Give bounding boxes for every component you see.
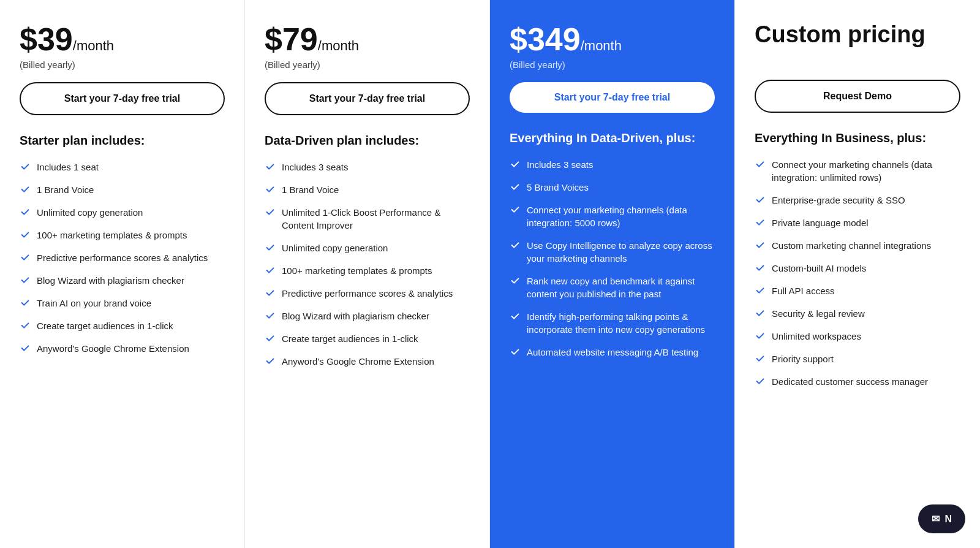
feature-text: Unlimited 1-Click Boost Performance & Co… xyxy=(282,206,470,232)
feature-text: Connect your marketing channels (data in… xyxy=(527,204,715,229)
list-item: Blog Wizard with plagiarism checker xyxy=(265,310,470,322)
check-icon xyxy=(510,311,521,322)
list-item: Anyword's Google Chrome Extension xyxy=(265,355,470,368)
feature-text: Enterprise-grade security & SSO xyxy=(772,194,905,207)
plan-col-data-driven: $79/month(Billed yearly)Start your 7-day… xyxy=(245,0,490,548)
list-item: Connect your marketing channels (data in… xyxy=(510,204,715,229)
check-icon xyxy=(265,207,276,218)
feature-text: Includes 3 seats xyxy=(527,158,593,171)
list-item: Private language model xyxy=(755,216,960,229)
check-icon xyxy=(755,353,766,364)
cta-button-starter[interactable]: Start your 7-day free trial xyxy=(20,82,225,115)
check-icon xyxy=(20,343,31,354)
list-item: Create target audiences in 1-click xyxy=(265,332,470,345)
billing-starter: (Billed yearly) xyxy=(20,59,225,70)
list-item: 100+ marketing templates & prompts xyxy=(265,264,470,277)
feature-text: Create target audiences in 1-click xyxy=(37,319,173,332)
list-item: Unlimited copy generation xyxy=(20,206,225,219)
plan-col-enterprise: Custom pricingRequest DemoEverything In … xyxy=(735,0,980,548)
list-item: Includes 1 seat xyxy=(20,161,225,173)
check-icon xyxy=(20,297,31,308)
feature-text: Custom-built AI models xyxy=(772,262,866,275)
billing-business: (Billed yearly) xyxy=(510,59,715,70)
cta-button-enterprise[interactable]: Request Demo xyxy=(755,80,960,113)
feature-text: 1 Brand Voice xyxy=(37,183,94,196)
price-number-business: $349 xyxy=(510,21,581,57)
feature-text: Use Copy Intelligence to analyze copy ac… xyxy=(527,239,715,265)
check-icon xyxy=(510,346,521,357)
feature-text: Private language model xyxy=(772,216,869,229)
list-item: 1 Brand Voice xyxy=(265,183,470,196)
price-number-data-driven: $79 xyxy=(265,21,318,57)
price-enterprise: Custom pricing xyxy=(755,22,960,48)
list-item: Enterprise-grade security & SSO xyxy=(755,194,960,207)
list-item: 5 Brand Voices xyxy=(510,181,715,194)
check-icon xyxy=(265,184,276,195)
price-period-business: /month xyxy=(581,38,622,53)
includes-title-enterprise: Everything In Business, plus: xyxy=(755,130,960,146)
plan-col-starter: $39/month(Billed yearly)Start your 7-day… xyxy=(0,0,245,548)
check-icon xyxy=(20,252,31,263)
list-item: Full API access xyxy=(755,284,960,297)
feature-list-business: Includes 3 seats5 Brand VoicesConnect yo… xyxy=(510,158,715,359)
check-icon xyxy=(755,308,766,319)
includes-title-business: Everything In Data-Driven, plus: xyxy=(510,130,715,146)
check-icon xyxy=(755,217,766,228)
check-icon xyxy=(755,330,766,341)
cta-button-business[interactable]: Start your 7-day free trial xyxy=(510,82,715,113)
feature-list-data-driven: Includes 3 seats1 Brand VoiceUnlimited 1… xyxy=(265,161,470,368)
feature-list-enterprise: Connect your marketing channels (data in… xyxy=(755,158,960,388)
feature-text: 100+ marketing templates & prompts xyxy=(282,264,432,277)
list-item: Identify high-performing talking points … xyxy=(510,310,715,336)
feature-text: Create target audiences in 1-click xyxy=(282,332,418,345)
check-icon xyxy=(510,240,521,251)
check-icon xyxy=(20,229,31,240)
feature-text: Unlimited workspaces xyxy=(772,330,861,343)
check-icon xyxy=(755,240,766,251)
list-item: 1 Brand Voice xyxy=(20,183,225,196)
list-item: Custom marketing channel integrations xyxy=(755,239,960,252)
includes-title-starter: Starter plan includes: xyxy=(20,132,225,148)
check-icon xyxy=(265,333,276,344)
feature-text: 1 Brand Voice xyxy=(282,183,339,196)
feature-text: Anyword's Google Chrome Extension xyxy=(37,342,189,355)
price-period-data-driven: /month xyxy=(318,38,359,53)
list-item: Priority support xyxy=(755,352,960,365)
check-icon xyxy=(265,310,276,321)
price-data-driven: $79/month xyxy=(265,22,470,57)
feature-text: Anyword's Google Chrome Extension xyxy=(282,355,434,368)
check-icon xyxy=(20,207,31,218)
feature-text: Unlimited copy generation xyxy=(282,242,388,254)
list-item: Train AI on your brand voice xyxy=(20,297,225,310)
check-icon xyxy=(755,376,766,387)
check-icon xyxy=(510,181,521,192)
list-item: Connect your marketing channels (data in… xyxy=(755,158,960,184)
feature-text: 5 Brand Voices xyxy=(527,181,589,194)
cta-button-data-driven[interactable]: Start your 7-day free trial xyxy=(265,82,470,115)
feature-text: Automated website messaging A/B testing xyxy=(527,346,698,359)
chat-icon: ✉ xyxy=(932,513,940,525)
list-item: Blog Wizard with plagiarism checker xyxy=(20,274,225,287)
check-icon xyxy=(265,356,276,367)
list-item: Security & legal review xyxy=(755,307,960,320)
feature-text: Identify high-performing talking points … xyxy=(527,310,715,336)
feature-text: Unlimited copy generation xyxy=(37,206,143,219)
check-icon xyxy=(755,194,766,205)
list-item: Unlimited 1-Click Boost Performance & Co… xyxy=(265,206,470,232)
list-item: Includes 3 seats xyxy=(265,161,470,173)
feature-text: Connect your marketing channels (data in… xyxy=(772,158,960,184)
price-period-starter: /month xyxy=(73,38,114,53)
check-icon xyxy=(755,159,766,170)
check-icon xyxy=(265,287,276,299)
feature-text: Includes 3 seats xyxy=(282,161,348,173)
check-icon xyxy=(510,159,521,170)
check-icon xyxy=(20,184,31,195)
check-icon xyxy=(20,320,31,331)
includes-title-data-driven: Data-Driven plan includes: xyxy=(265,132,470,148)
list-item: Dedicated customer success manager xyxy=(755,375,960,388)
chat-button[interactable]: ✉ N xyxy=(918,504,965,533)
check-icon xyxy=(265,242,276,253)
list-item: Anyword's Google Chrome Extension xyxy=(20,342,225,355)
feature-text: Predictive performance scores & analytic… xyxy=(282,287,453,300)
check-icon xyxy=(510,204,521,215)
